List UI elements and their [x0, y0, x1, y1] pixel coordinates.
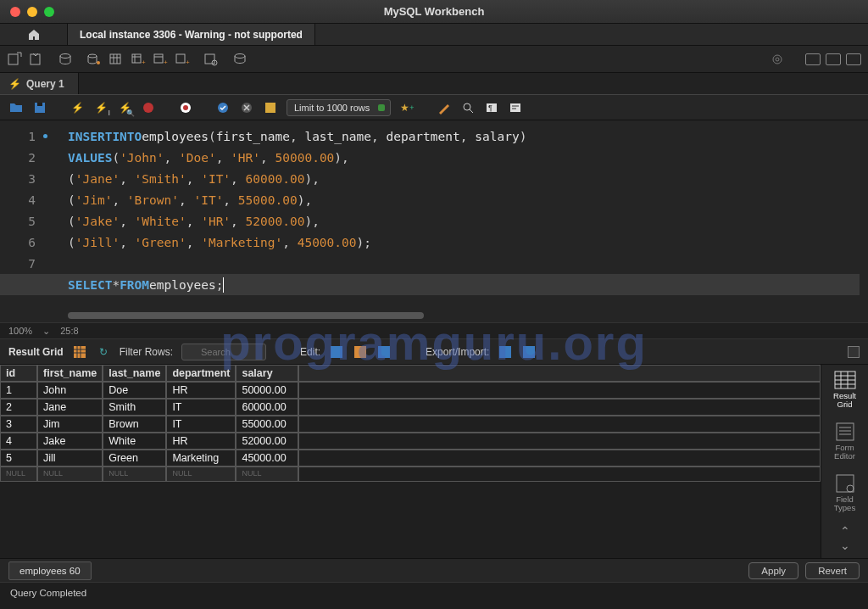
save-icon[interactable] [32, 100, 47, 115]
rail-result-grid[interactable]: Result Grid [833, 370, 857, 410]
result-toolbar: Result Grid ↻ Filter Rows: 🔍 Edit: Expor… [0, 339, 868, 365]
result-tabbar: employees 60 Apply Revert [0, 558, 868, 582]
connection-tabbar: Local instance 3306 - Warning - not supp… [0, 24, 868, 46]
svg-rect-31 [331, 346, 342, 358]
svg-point-26 [464, 103, 470, 110]
beautify-icon[interactable] [437, 100, 452, 115]
execute-current-icon[interactable]: ⚡I [93, 100, 108, 115]
stop-icon[interactable] [141, 100, 156, 115]
grid-view-icon[interactable] [72, 344, 87, 360]
rail-collapse[interactable]: ⌃ ⌄ [840, 525, 850, 553]
svg-text:+: + [186, 59, 190, 66]
open-file-icon[interactable] [8, 100, 24, 115]
connection-tab[interactable]: Local instance 3306 - Warning - not supp… [68, 24, 315, 45]
window-title: MySQL Workbench [0, 5, 868, 18]
export-icon[interactable] [498, 344, 513, 360]
query-tab-label: Query 1 [26, 78, 64, 90]
import-icon[interactable] [521, 344, 537, 360]
svg-point-15 [773, 55, 782, 64]
svg-rect-38 [837, 475, 854, 492]
add-table-icon[interactable]: + [131, 52, 146, 67]
panel-bottom-toggle[interactable] [826, 53, 841, 65]
edit-row-icon[interactable] [329, 344, 344, 360]
add-row-icon[interactable] [353, 344, 368, 360]
panel-right-toggle[interactable] [846, 53, 861, 65]
reconnect-icon[interactable] [232, 52, 248, 67]
schema-icon[interactable] [86, 52, 102, 67]
sql-editor[interactable]: 1 2 3 4 5 6 7 8 INSERT INTO employees (f… [0, 120, 868, 322]
rollback-icon[interactable] [239, 100, 254, 115]
col-id[interactable]: id [0, 365, 37, 382]
svg-point-2 [60, 53, 70, 58]
add-view-icon[interactable]: + [153, 52, 168, 67]
execute-icon[interactable]: ⚡ [70, 100, 85, 115]
status-text: Query Completed [10, 588, 86, 598]
editor-hscrollbar[interactable] [68, 312, 424, 319]
wrap-cell-checkbox[interactable] [848, 346, 860, 358]
add-routine-icon[interactable]: + [175, 52, 190, 67]
wrap-icon[interactable] [508, 100, 523, 115]
editor-statusline: 100% ⌄ 25:8 [0, 322, 868, 339]
revert-button[interactable]: Revert [805, 562, 860, 579]
side-rail: Result Grid Form Editor Field Types ⌃ ⌄ [821, 365, 868, 558]
table-row: 4JakeWhiteHR52000.00 [0, 433, 821, 450]
search-table-icon[interactable] [203, 52, 219, 67]
svg-rect-12 [205, 54, 214, 64]
filter-search-input[interactable] [181, 344, 266, 360]
svg-text:+: + [142, 59, 146, 66]
svg-rect-35 [523, 346, 535, 358]
svg-point-4 [97, 61, 100, 64]
col-last-name[interactable]: last_name [103, 365, 166, 382]
cursor-position: 25:8 [60, 326, 78, 336]
svg-rect-29 [510, 103, 520, 112]
result-tab[interactable]: employees 60 [8, 562, 92, 580]
code-area: INSERT INTO employees (first_name, last_… [68, 120, 860, 295]
limit-selector[interactable]: Limit to 1000 rows [287, 99, 391, 116]
rail-field-types[interactable]: Field Types [833, 473, 857, 513]
svg-rect-5 [110, 54, 120, 64]
svg-point-39 [847, 485, 854, 492]
gutter: 1 2 3 4 5 6 7 8 [0, 120, 51, 295]
home-icon [26, 27, 42, 42]
col-first-name[interactable]: first_name [37, 365, 103, 382]
zoom-level[interactable]: 100% [8, 326, 32, 336]
refresh-icon[interactable]: ↻ [96, 344, 111, 360]
new-sql-tab-icon[interactable] [7, 52, 22, 67]
table-null-row: NULLNULLNULLNULLNULL [0, 467, 821, 482]
table-row: 5JillGreenMarketing45000.00 [0, 450, 821, 467]
favorite-icon[interactable]: ★+ [399, 100, 415, 115]
settings-gear-icon[interactable] [770, 52, 785, 67]
connection-tab-label: Local instance 3306 - Warning - not supp… [80, 29, 303, 41]
find-icon[interactable] [460, 100, 476, 115]
toggle-autocommit-icon[interactable] [178, 100, 193, 115]
result-grid[interactable]: id first_name last_name department salar… [0, 365, 821, 482]
query-tab[interactable]: ⚡ Query 1 [0, 73, 79, 94]
status-footer: Query Completed [0, 582, 868, 602]
commit-icon[interactable] [215, 100, 231, 115]
inspector-icon[interactable] [58, 52, 73, 67]
results-area: ▶ id first_name last_name department sal… [0, 365, 868, 558]
panel-left-toggle[interactable] [805, 53, 821, 65]
invisibles-icon[interactable]: ¶ [484, 100, 499, 115]
svg-point-14 [235, 53, 245, 58]
zoom-chevron-icon[interactable]: ⌄ [42, 326, 50, 337]
svg-point-16 [776, 58, 779, 61]
rail-form-editor[interactable]: Form Editor [833, 422, 857, 461]
svg-rect-0 [8, 54, 18, 64]
apply-button[interactable]: Apply [748, 562, 798, 579]
open-sql-icon[interactable] [29, 52, 44, 67]
table-icon[interactable] [108, 52, 124, 67]
result-grid-label: Result Grid [8, 346, 64, 358]
explain-icon[interactable]: ⚡🔍 [117, 100, 132, 115]
main-toolbar: + + + [0, 46, 868, 73]
table-row: 3JimBrownIT55000.00 [0, 416, 821, 433]
toggle-ws-icon[interactable] [263, 100, 278, 115]
table-row: 2JaneSmithIT60000.00 [0, 399, 821, 416]
col-department[interactable]: department [166, 365, 236, 382]
svg-rect-6 [132, 54, 141, 63]
svg-text:¶: ¶ [488, 103, 492, 112]
export-import-label: Export/Import: [426, 346, 489, 358]
delete-row-icon[interactable] [376, 344, 392, 360]
home-tab[interactable] [0, 24, 68, 45]
col-salary[interactable]: salary [236, 365, 298, 382]
